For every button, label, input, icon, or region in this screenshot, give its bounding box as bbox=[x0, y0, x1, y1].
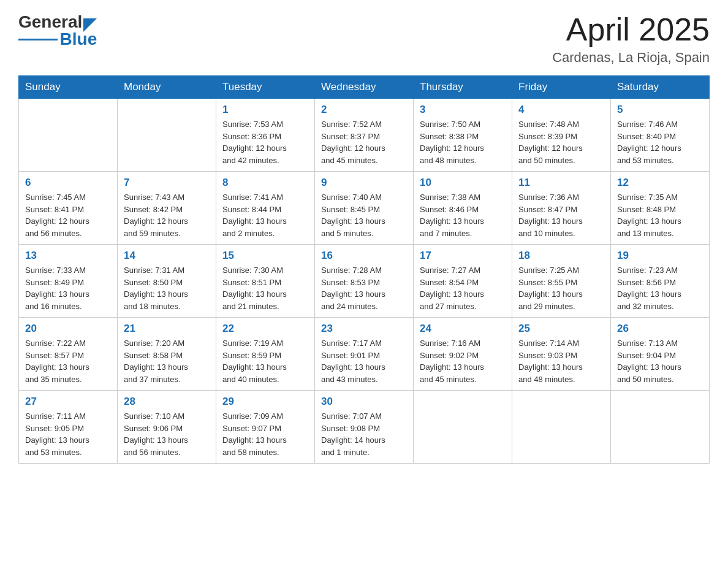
weekday-header-saturday: Saturday bbox=[611, 76, 710, 99]
day-info: Sunrise: 7:52 AM Sunset: 8:37 PM Dayligh… bbox=[321, 118, 407, 166]
logo-line bbox=[18, 39, 58, 40]
calendar-cell: 9Sunrise: 7:40 AM Sunset: 8:45 PM Daylig… bbox=[315, 172, 414, 245]
day-info: Sunrise: 7:41 AM Sunset: 8:44 PM Dayligh… bbox=[222, 191, 308, 239]
calendar-week-row: 6Sunrise: 7:45 AM Sunset: 8:41 PM Daylig… bbox=[19, 172, 710, 245]
calendar-cell: 10Sunrise: 7:38 AM Sunset: 8:46 PM Dayli… bbox=[414, 172, 512, 245]
location-text: Cardenas, La Rioja, Spain bbox=[552, 50, 710, 66]
calendar-cell: 21Sunrise: 7:20 AM Sunset: 8:58 PM Dayli… bbox=[118, 318, 216, 391]
logo-blue-text: Blue bbox=[60, 29, 97, 49]
weekday-header-sunday: Sunday bbox=[19, 76, 118, 99]
day-number: 13 bbox=[25, 250, 111, 262]
day-info: Sunrise: 7:53 AM Sunset: 8:36 PM Dayligh… bbox=[222, 118, 308, 166]
day-info: Sunrise: 7:38 AM Sunset: 8:46 PM Dayligh… bbox=[420, 191, 506, 239]
calendar-cell bbox=[19, 99, 118, 172]
day-info: Sunrise: 7:45 AM Sunset: 8:41 PM Dayligh… bbox=[25, 191, 111, 239]
calendar-cell: 14Sunrise: 7:31 AM Sunset: 8:50 PM Dayli… bbox=[118, 245, 216, 318]
day-number: 24 bbox=[420, 323, 506, 335]
calendar-cell: 4Sunrise: 7:48 AM Sunset: 8:39 PM Daylig… bbox=[512, 99, 611, 172]
day-info: Sunrise: 7:11 AM Sunset: 9:05 PM Dayligh… bbox=[25, 410, 111, 458]
day-info: Sunrise: 7:28 AM Sunset: 8:53 PM Dayligh… bbox=[321, 264, 407, 312]
day-info: Sunrise: 7:27 AM Sunset: 8:54 PM Dayligh… bbox=[420, 264, 506, 312]
calendar-week-row: 13Sunrise: 7:33 AM Sunset: 8:49 PM Dayli… bbox=[19, 245, 710, 318]
day-info: Sunrise: 7:31 AM Sunset: 8:50 PM Dayligh… bbox=[124, 264, 210, 312]
day-number: 19 bbox=[617, 250, 703, 262]
day-info: Sunrise: 7:17 AM Sunset: 9:01 PM Dayligh… bbox=[321, 337, 407, 385]
logo-bottom: Blue bbox=[18, 29, 97, 49]
calendar-week-row: 1Sunrise: 7:53 AM Sunset: 8:36 PM Daylig… bbox=[19, 99, 710, 172]
calendar-cell bbox=[118, 99, 216, 172]
calendar-cell: 16Sunrise: 7:28 AM Sunset: 8:53 PM Dayli… bbox=[315, 245, 414, 318]
day-number: 30 bbox=[321, 396, 407, 408]
day-number: 23 bbox=[321, 323, 407, 335]
calendar-cell: 8Sunrise: 7:41 AM Sunset: 8:44 PM Daylig… bbox=[216, 172, 315, 245]
day-number: 9 bbox=[321, 177, 407, 189]
day-number: 29 bbox=[222, 396, 308, 408]
day-info: Sunrise: 7:22 AM Sunset: 8:57 PM Dayligh… bbox=[25, 337, 111, 385]
calendar-cell bbox=[512, 391, 611, 464]
day-number: 1 bbox=[222, 104, 308, 116]
calendar-cell: 12Sunrise: 7:35 AM Sunset: 8:48 PM Dayli… bbox=[611, 172, 710, 245]
logo: General Blue bbox=[18, 12, 97, 49]
day-info: Sunrise: 7:25 AM Sunset: 8:55 PM Dayligh… bbox=[518, 264, 604, 312]
day-number: 10 bbox=[420, 177, 506, 189]
calendar-cell: 2Sunrise: 7:52 AM Sunset: 8:37 PM Daylig… bbox=[315, 99, 414, 172]
day-info: Sunrise: 7:46 AM Sunset: 8:40 PM Dayligh… bbox=[617, 118, 703, 166]
day-number: 28 bbox=[124, 396, 210, 408]
day-info: Sunrise: 7:40 AM Sunset: 8:45 PM Dayligh… bbox=[321, 191, 407, 239]
day-info: Sunrise: 7:50 AM Sunset: 8:38 PM Dayligh… bbox=[420, 118, 506, 166]
day-info: Sunrise: 7:10 AM Sunset: 9:06 PM Dayligh… bbox=[124, 410, 210, 458]
calendar-cell: 20Sunrise: 7:22 AM Sunset: 8:57 PM Dayli… bbox=[19, 318, 118, 391]
calendar-cell: 13Sunrise: 7:33 AM Sunset: 8:49 PM Dayli… bbox=[19, 245, 118, 318]
day-number: 20 bbox=[25, 323, 111, 335]
logo-wrapper: General Blue bbox=[18, 12, 97, 49]
calendar-cell: 17Sunrise: 7:27 AM Sunset: 8:54 PM Dayli… bbox=[414, 245, 512, 318]
title-section: April 2025 Cardenas, La Rioja, Spain bbox=[552, 12, 710, 66]
day-info: Sunrise: 7:13 AM Sunset: 9:04 PM Dayligh… bbox=[617, 337, 703, 385]
weekday-header-monday: Monday bbox=[118, 76, 216, 99]
calendar-cell: 11Sunrise: 7:36 AM Sunset: 8:47 PM Dayli… bbox=[512, 172, 611, 245]
weekday-header-friday: Friday bbox=[512, 76, 611, 99]
day-number: 18 bbox=[518, 250, 604, 262]
day-number: 27 bbox=[25, 396, 111, 408]
day-info: Sunrise: 7:14 AM Sunset: 9:03 PM Dayligh… bbox=[518, 337, 604, 385]
weekday-header-row: SundayMondayTuesdayWednesdayThursdayFrid… bbox=[19, 76, 710, 99]
calendar-cell bbox=[611, 391, 710, 464]
calendar-cell: 23Sunrise: 7:17 AM Sunset: 9:01 PM Dayli… bbox=[315, 318, 414, 391]
day-info: Sunrise: 7:07 AM Sunset: 9:08 PM Dayligh… bbox=[321, 410, 407, 458]
day-info: Sunrise: 7:43 AM Sunset: 8:42 PM Dayligh… bbox=[124, 191, 210, 239]
day-number: 15 bbox=[222, 250, 308, 262]
month-title: April 2025 bbox=[552, 12, 710, 47]
day-number: 21 bbox=[124, 323, 210, 335]
calendar-cell: 19Sunrise: 7:23 AM Sunset: 8:56 PM Dayli… bbox=[611, 245, 710, 318]
calendar-cell bbox=[414, 391, 512, 464]
page-header: General Blue April 2025 Cardenas, La Rio… bbox=[18, 12, 710, 66]
calendar-cell: 25Sunrise: 7:14 AM Sunset: 9:03 PM Dayli… bbox=[512, 318, 611, 391]
calendar-cell: 22Sunrise: 7:19 AM Sunset: 8:59 PM Dayli… bbox=[216, 318, 315, 391]
calendar-cell: 30Sunrise: 7:07 AM Sunset: 9:08 PM Dayli… bbox=[315, 391, 414, 464]
day-info: Sunrise: 7:23 AM Sunset: 8:56 PM Dayligh… bbox=[617, 264, 703, 312]
calendar-cell: 28Sunrise: 7:10 AM Sunset: 9:06 PM Dayli… bbox=[118, 391, 216, 464]
calendar-cell: 15Sunrise: 7:30 AM Sunset: 8:51 PM Dayli… bbox=[216, 245, 315, 318]
day-info: Sunrise: 7:36 AM Sunset: 8:47 PM Dayligh… bbox=[518, 191, 604, 239]
day-number: 6 bbox=[25, 177, 111, 189]
day-info: Sunrise: 7:48 AM Sunset: 8:39 PM Dayligh… bbox=[518, 118, 604, 166]
day-number: 5 bbox=[617, 104, 703, 116]
calendar-week-row: 27Sunrise: 7:11 AM Sunset: 9:05 PM Dayli… bbox=[19, 391, 710, 464]
day-number: 3 bbox=[420, 104, 506, 116]
calendar-table: SundayMondayTuesdayWednesdayThursdayFrid… bbox=[18, 75, 710, 464]
day-info: Sunrise: 7:20 AM Sunset: 8:58 PM Dayligh… bbox=[124, 337, 210, 385]
day-number: 11 bbox=[518, 177, 604, 189]
calendar-cell: 3Sunrise: 7:50 AM Sunset: 8:38 PM Daylig… bbox=[414, 99, 512, 172]
calendar-cell: 27Sunrise: 7:11 AM Sunset: 9:05 PM Dayli… bbox=[19, 391, 118, 464]
day-number: 4 bbox=[518, 104, 604, 116]
day-number: 12 bbox=[617, 177, 703, 189]
day-number: 16 bbox=[321, 250, 407, 262]
day-number: 17 bbox=[420, 250, 506, 262]
day-info: Sunrise: 7:30 AM Sunset: 8:51 PM Dayligh… bbox=[222, 264, 308, 312]
day-number: 8 bbox=[222, 177, 308, 189]
day-number: 26 bbox=[617, 323, 703, 335]
day-info: Sunrise: 7:09 AM Sunset: 9:07 PM Dayligh… bbox=[222, 410, 308, 458]
calendar-cell: 6Sunrise: 7:45 AM Sunset: 8:41 PM Daylig… bbox=[19, 172, 118, 245]
day-info: Sunrise: 7:19 AM Sunset: 8:59 PM Dayligh… bbox=[222, 337, 308, 385]
calendar-cell: 26Sunrise: 7:13 AM Sunset: 9:04 PM Dayli… bbox=[611, 318, 710, 391]
